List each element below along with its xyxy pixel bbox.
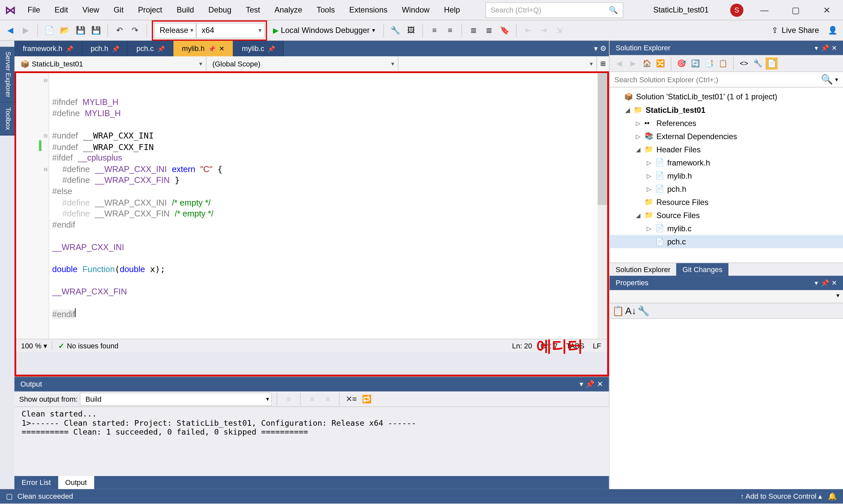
nav-fwd-icon[interactable]: ▶ [19, 24, 32, 37]
sol-fwd-icon[interactable]: ▶ [627, 57, 639, 69]
tabs-overflow-icon[interactable]: ▾ [594, 44, 598, 53]
tree-header-files[interactable]: ◢📁Header Files [609, 143, 843, 156]
maximize-button[interactable]: ▢ [785, 5, 806, 15]
eol-indicator[interactable]: LF [593, 341, 601, 350]
menu-git[interactable]: Git [106, 0, 131, 20]
close-icon[interactable]: ✕ [219, 45, 224, 53]
close-button[interactable]: ✕ [816, 5, 837, 15]
tree-mylib-c[interactable]: ▷📄mylib.c [609, 222, 843, 235]
panel-dropdown-icon[interactable]: ▾ [815, 44, 818, 52]
live-share-button[interactable]: ⇪ Live Share [767, 26, 824, 35]
pin-icon[interactable]: 📌 [112, 46, 119, 52]
save-icon[interactable]: 💾 [74, 24, 87, 37]
sol-home-icon[interactable]: 🏠 [641, 57, 653, 69]
redo-icon[interactable]: ↷ [128, 24, 142, 37]
start-debug-button[interactable]: ▶ Local Windows Debugger ▾ [269, 26, 379, 35]
code-editor[interactable]: ⊟#ifndef MYLIB_H #define MYLIB_H #undef … [16, 73, 607, 339]
output-tab[interactable]: Output [58, 476, 94, 489]
source-control-button[interactable]: ↑ Add to Source Control ▴ [740, 492, 822, 501]
server-explorer-tab[interactable]: Server Explorer [0, 47, 15, 103]
sol-back-icon[interactable]: ◀ [613, 57, 625, 69]
tab-mylib-h[interactable]: mylib.h📌✕ [174, 41, 234, 56]
panel-dropdown-icon[interactable]: ▾ [580, 380, 583, 389]
sol-showall-icon[interactable]: 📋 [717, 57, 729, 69]
user-avatar[interactable]: S [730, 3, 743, 16]
solution-explorer-tab[interactable]: Solution Explorer [609, 263, 676, 276]
menu-test[interactable]: Test [239, 0, 268, 20]
panel-close-icon[interactable]: ✕ [597, 380, 603, 389]
toolbox-tab[interactable]: Toolbox [0, 103, 15, 136]
platform-dropdown[interactable]: x64 [196, 22, 265, 38]
tree-source-files[interactable]: ◢📁Source Files [609, 209, 843, 222]
menu-view[interactable]: View [75, 0, 106, 20]
tree-resource-files[interactable]: 📁Resource Files [609, 195, 843, 209]
tree-framework-h[interactable]: ▷📄framework.h [609, 156, 843, 169]
prop-alpha-icon[interactable]: A↓ [625, 305, 637, 316]
step-icon-2[interactable]: ⇥ [537, 24, 550, 37]
tab-pch-h[interactable]: pch.h📌 [82, 41, 128, 56]
member-dropdown[interactable] [398, 56, 597, 71]
panel-pin-icon[interactable]: 📌 [585, 380, 595, 389]
sol-sync-icon[interactable]: 🎯 [676, 57, 688, 69]
notifications-icon[interactable]: 🔔 [828, 492, 837, 501]
collapse-icon[interactable]: ⊟ [44, 164, 48, 175]
nav-back-icon[interactable]: ◀ [4, 24, 17, 37]
properties-object-dropdown[interactable] [609, 290, 843, 303]
comment-icon[interactable]: ≣ [467, 24, 480, 37]
split-icon[interactable]: ⊞ [597, 56, 609, 71]
panel-pin-icon[interactable]: 📌 [821, 279, 829, 287]
project-dropdown[interactable]: 📦 StaticLib_test01 [15, 56, 206, 71]
collapse-icon[interactable]: ⊟ [44, 75, 48, 86]
open-icon[interactable]: 📂 [58, 24, 71, 37]
menu-window[interactable]: Window [395, 0, 437, 20]
panel-pin-icon[interactable]: 📌 [821, 44, 829, 52]
collapse-icon[interactable]: ⊟ [44, 131, 48, 142]
tabs-options-icon[interactable]: ⚙ [600, 44, 606, 53]
tree-mylib-h[interactable]: ▷📄mylib.h [609, 169, 843, 182]
menu-debug[interactable]: Debug [201, 0, 239, 20]
tree-references[interactable]: ▷▪▪References [609, 116, 843, 129]
panel-close-icon[interactable]: ✕ [831, 44, 837, 52]
step-icon-1[interactable]: ⇤ [521, 24, 535, 37]
sol-refresh-icon[interactable]: 🔄 [690, 57, 701, 69]
output-text[interactable]: Clean started... 1>------ Clean started:… [15, 407, 609, 476]
tree-project[interactable]: ◢📁StaticLib_test01 [609, 103, 843, 116]
sol-prop-icon[interactable]: 🔧 [752, 57, 764, 69]
sol-collapse-icon[interactable]: 📑 [703, 57, 715, 69]
minimize-button[interactable]: — [754, 5, 774, 15]
tab-mylib-c[interactable]: mylib.c📌 [234, 41, 284, 56]
issues-status[interactable]: ✓No issues found [52, 341, 124, 350]
pin-icon[interactable]: 📌 [208, 46, 216, 52]
undo-icon[interactable]: ↶ [113, 24, 126, 37]
tool-icon-2[interactable]: 🖼 [405, 24, 417, 37]
tree-pch-h[interactable]: ▷📄pch.h [609, 182, 843, 195]
uncomment-icon[interactable]: ≣ [482, 24, 496, 37]
tree-pch-c[interactable]: 📄pch.c [609, 235, 843, 248]
output-wrap-icon-2[interactable]: ≡ [322, 393, 334, 406]
sol-switch-icon[interactable]: 🔀 [655, 57, 667, 69]
pin-icon[interactable]: 📌 [268, 46, 275, 52]
tab-pch-c[interactable]: pch.c📌 [128, 41, 174, 56]
git-changes-tab[interactable]: Git Changes [676, 263, 728, 276]
menu-file[interactable]: File [20, 0, 48, 20]
bookmark-icon[interactable]: 🔖 [498, 24, 511, 37]
new-item-icon[interactable]: 📄 [42, 24, 56, 37]
menu-analyze[interactable]: Analyze [268, 0, 310, 20]
menu-tools[interactable]: Tools [310, 0, 342, 20]
line-indicator[interactable]: Ln: 20 [512, 341, 532, 350]
output-source-dropdown[interactable]: Build [80, 393, 272, 406]
sol-code-icon[interactable]: <> [738, 57, 750, 69]
sol-preview-icon[interactable]: 📄 [765, 57, 777, 69]
error-list-tab[interactable]: Error List [15, 476, 58, 489]
pin-icon[interactable]: 📌 [157, 46, 165, 52]
menu-project[interactable]: Project [131, 0, 169, 20]
zoom-level[interactable]: 100 % ▾ [16, 341, 52, 350]
tree-solution[interactable]: 📦Solution 'StaticLib_test01' (1 of 1 pro… [609, 90, 843, 103]
solution-search[interactable]: 🔍 ▾ [609, 72, 843, 88]
tree-external[interactable]: ▷📚External Dependencies [609, 130, 843, 143]
feedback-icon[interactable]: 👤 [826, 24, 839, 37]
step-icon-3[interactable]: ⇲ [553, 24, 566, 37]
output-wrap-icon[interactable]: ≡ [306, 393, 319, 406]
indent-icon[interactable]: ≡ [428, 24, 441, 37]
solution-config-dropdown[interactable]: Release [154, 22, 196, 38]
